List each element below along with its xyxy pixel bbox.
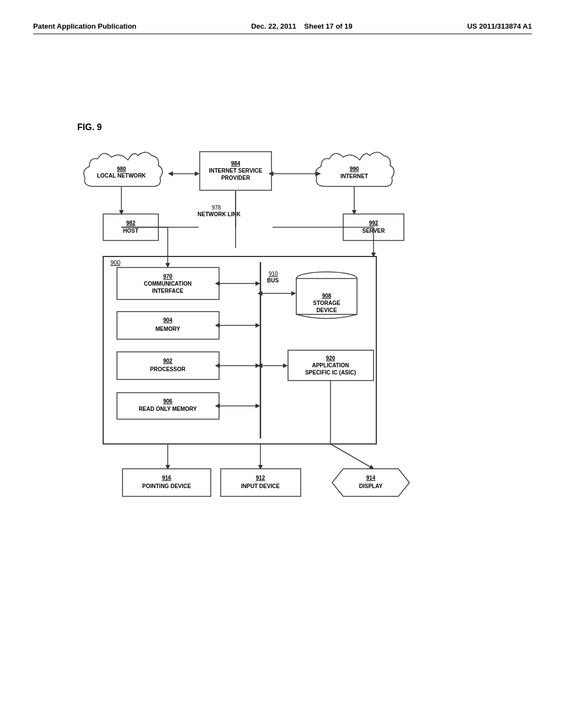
svg-text:916: 916 xyxy=(162,475,172,481)
node-906: 906 READ ONLY MEMORY xyxy=(117,393,219,419)
figure-label: FIG. 9 xyxy=(77,122,532,132)
svg-text:984: 984 xyxy=(231,160,241,167)
svg-text:982: 982 xyxy=(126,220,136,226)
svg-text:900: 900 xyxy=(110,259,120,266)
svg-text:INTERFACE: INTERFACE xyxy=(152,288,184,294)
svg-text:908: 908 xyxy=(322,293,332,299)
bus-label: 910 xyxy=(269,271,278,277)
svg-text:LOCAL NETWORK: LOCAL NETWORK xyxy=(97,173,146,179)
svg-text:980: 980 xyxy=(117,166,126,172)
svg-text:HOST: HOST xyxy=(123,228,138,234)
svg-text:912: 912 xyxy=(256,475,265,481)
svg-text:906: 906 xyxy=(163,398,173,404)
svg-text:NETWORK LINK: NETWORK LINK xyxy=(198,211,241,217)
node-904: 904 MEMORY xyxy=(117,312,219,339)
svg-text:READ ONLY MEMORY: READ ONLY MEMORY xyxy=(138,406,197,412)
node-970: 970 COMMUNICATION INTERFACE xyxy=(117,267,219,299)
svg-text:BUS: BUS xyxy=(267,277,279,283)
svg-text:APPLICATION: APPLICATION xyxy=(312,362,349,368)
svg-text:914: 914 xyxy=(366,475,376,481)
svg-text:POINTING DEVICE: POINTING DEVICE xyxy=(142,483,191,489)
svg-text:SPECIFIC IC (ASIC): SPECIFIC IC (ASIC) xyxy=(305,370,356,376)
svg-text:INTERNET: INTERNET xyxy=(340,173,368,179)
diagram-svg: 980 LOCAL NETWORK 984 INTERNET SERVICE P… xyxy=(73,143,492,518)
header-center: Dec. 22, 2011 Sheet 17 of 19 xyxy=(251,22,353,30)
node-980: 980 LOCAL NETWORK xyxy=(84,152,163,186)
network-link-label: 978 xyxy=(212,205,221,211)
svg-text:MEMORY: MEMORY xyxy=(156,326,180,332)
svg-text:920: 920 xyxy=(326,355,335,361)
svg-text:COMMUNICATION: COMMUNICATION xyxy=(144,281,191,287)
svg-text:DEVICE: DEVICE xyxy=(316,307,337,313)
svg-rect-37 xyxy=(117,312,219,339)
svg-text:STORAGE: STORAGE xyxy=(313,300,340,306)
node-902: 902 PROCESSOR xyxy=(117,352,219,379)
svg-text:990: 990 xyxy=(350,166,359,172)
page-header: Patent Application Publication Dec. 22, … xyxy=(33,22,532,34)
node-990: 990 INTERNET xyxy=(316,152,395,186)
svg-rect-61 xyxy=(122,469,211,496)
svg-text:PROVIDER: PROVIDER xyxy=(221,175,250,181)
node-908: 908 STORAGE DEVICE xyxy=(296,272,357,319)
svg-text:970: 970 xyxy=(163,274,173,280)
node-912: 912 INPUT DEVICE xyxy=(221,469,301,496)
svg-rect-64 xyxy=(221,469,301,496)
svg-text:INPUT DEVICE: INPUT DEVICE xyxy=(241,483,280,489)
node-984: 984 INTERNET SERVICE PROVIDER xyxy=(200,152,271,190)
svg-line-59 xyxy=(331,444,374,469)
svg-text:904: 904 xyxy=(163,317,173,323)
svg-text:902: 902 xyxy=(163,358,173,364)
svg-text:PROCESSOR: PROCESSOR xyxy=(150,366,186,372)
node-914: 914 DISPLAY xyxy=(332,469,409,496)
page: Patent Application Publication Dec. 22, … xyxy=(0,0,565,728)
svg-marker-67 xyxy=(332,469,409,496)
svg-rect-41 xyxy=(117,352,219,379)
header-right: US 2011/313874 A1 xyxy=(467,22,532,30)
svg-text:INTERNET SERVICE: INTERNET SERVICE xyxy=(209,168,263,174)
svg-text:992: 992 xyxy=(369,220,379,226)
node-920: 920 APPLICATION SPECIFIC IC (ASIC) xyxy=(288,350,374,381)
svg-text:DISPLAY: DISPLAY xyxy=(359,483,383,489)
node-916: 916 POINTING DEVICE xyxy=(122,469,211,496)
header-left: Patent Application Publication xyxy=(33,22,136,30)
